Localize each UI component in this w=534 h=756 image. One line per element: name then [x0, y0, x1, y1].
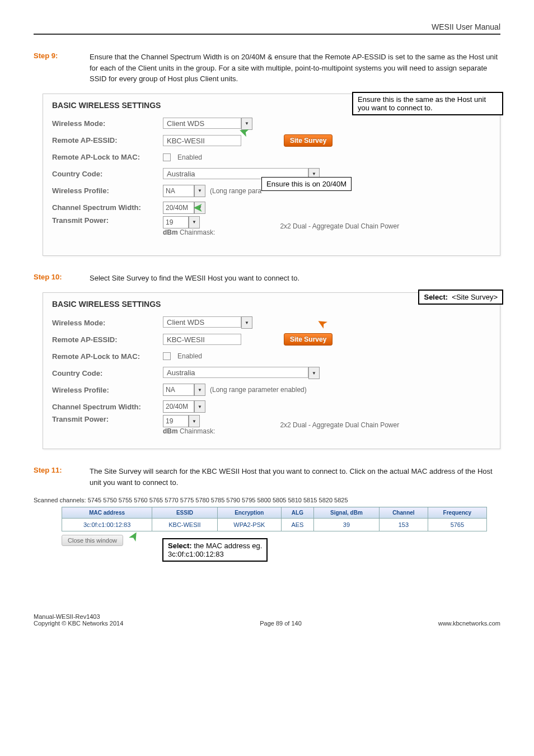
remote-essid-label: Remote AP-ESSID: — [52, 335, 158, 344]
remote-essid-input[interactable]: KBC-WESII — [163, 135, 241, 146]
spectrum-value: 20/40M — [163, 400, 194, 413]
spectrum-value: 20/40M — [163, 202, 194, 214]
arrow-icon: ➤ — [193, 200, 203, 215]
col-mac: MAC address — [62, 507, 152, 519]
annotation-select-site-survey: Select: <Site Survey> — [418, 290, 503, 305]
step-10: Step 10: Select Site Survey to find the … — [34, 273, 500, 284]
tx-label: Transmit Power: — [52, 415, 158, 423]
footer-right: www.kbcnetworks.com — [438, 620, 500, 627]
cell-freq: 5765 — [428, 519, 486, 531]
footer-left-2: Copyright © KBC Networks 2014 — [34, 620, 123, 627]
chevron-down-icon[interactable]: ▼ — [189, 216, 200, 228]
chevron-down-icon[interactable]: ▼ — [308, 367, 320, 379]
lock-mac-check-label: Enabled — [177, 153, 202, 161]
dbm-chainmask-label: dBm Chainmask: — [163, 427, 215, 435]
step-11-text: The Site Survey will search for the KBC … — [90, 466, 500, 488]
tx-select[interactable]: 19 ▼ — [163, 415, 200, 427]
col-freq: Frequency — [428, 507, 486, 519]
profile-note: (Long range para — [210, 187, 261, 195]
col-essid: ESSID — [152, 507, 218, 519]
page-footer: Manual-WESII-Rev1403 Copyright © KBC Net… — [34, 613, 500, 627]
step-11-label: Step 11: — [34, 466, 90, 488]
col-alg: ALG — [281, 507, 313, 519]
step-10-text: Select Site Survey to find the WESII Hos… — [90, 273, 299, 284]
cell-essid: KBC-WESII — [152, 519, 218, 531]
basic-wireless-panel-2: BASIC WIRELESS SETTINGS Wireless Mode: C… — [43, 292, 500, 449]
chain-note: 2x2 Dual - Aggregate Dual Chain Power — [280, 222, 399, 230]
footer-mid: Page 89 of 140 — [260, 620, 302, 627]
col-channel: Channel — [379, 507, 428, 519]
country-select[interactable]: Australia ▼ — [163, 367, 320, 379]
scanned-channels-text: Scanned channels: 5745 5750 5755 5760 57… — [34, 497, 500, 503]
cell-enc: WPA2-PSK — [217, 519, 281, 531]
wireless-mode-select[interactable]: Client WDS ▼ — [163, 316, 252, 329]
profile-note: (Long range parameter enabled) — [210, 386, 307, 394]
country-label: Country Code: — [52, 369, 158, 377]
chevron-down-icon[interactable]: ▼ — [241, 316, 252, 329]
tx-select[interactable]: 19 ▼ — [163, 216, 200, 228]
step-11: Step 11: The Site Survey will search for… — [34, 466, 500, 488]
wireless-mode-select[interactable]: Client WDS ▼ — [163, 118, 252, 130]
header-rule — [34, 34, 500, 35]
table-header-row: MAC address ESSID Encryption ALG Signal,… — [62, 507, 487, 519]
scan-results-table: MAC address ESSID Encryption ALG Signal,… — [62, 507, 487, 531]
country-label: Country Code: — [52, 170, 158, 178]
chevron-down-icon[interactable]: ▼ — [189, 415, 200, 427]
step-9: Step 9: Ensure that the Channel Spectrum… — [34, 52, 500, 85]
spectrum-select[interactable]: 20/40M ▼ — [163, 400, 205, 413]
step-9-label: Step 9: — [34, 52, 90, 85]
tx-value: 19 — [163, 415, 189, 427]
wireless-mode-label: Wireless Mode: — [52, 319, 158, 327]
footer-left-1: Manual-WESII-Rev1403 — [34, 613, 123, 620]
step-10-label: Step 10: — [34, 273, 90, 284]
col-enc: Encryption — [217, 507, 281, 519]
close-window-button[interactable]: Close this window — [62, 535, 123, 546]
spectrum-label: Channel Spectrum Width: — [52, 403, 158, 411]
step-9-text: Ensure that the Channel Spectrum Width i… — [90, 52, 500, 85]
lock-mac-check-label: Enabled — [177, 352, 202, 360]
chevron-down-icon[interactable]: ▼ — [194, 185, 205, 197]
profile-value: NA — [163, 185, 194, 197]
tx-label: Transmit Power: — [52, 216, 158, 225]
col-signal: Signal, dBm — [313, 507, 379, 519]
annotation-host-unit: Ensure this is the same as the Host unit… — [352, 92, 503, 115]
country-value: Australia — [163, 367, 308, 378]
wireless-mode-value: Client WDS — [163, 316, 241, 328]
cell-alg: AES — [281, 519, 313, 531]
chevron-down-icon[interactable]: ▼ — [194, 400, 205, 413]
site-survey-button[interactable]: Site Survey — [284, 333, 332, 346]
profile-value: NA — [163, 384, 194, 396]
table-row[interactable]: 3c:0f:c1:00:12:83 KBC-WESII WPA2-PSK AES… — [62, 519, 487, 531]
profile-label: Wireless Profile: — [52, 186, 158, 195]
page-header: WESII User Manual — [34, 22, 500, 34]
profile-label: Wireless Profile: — [52, 386, 158, 394]
cell-channel: 153 — [379, 519, 428, 531]
lock-mac-checkbox[interactable] — [163, 153, 171, 161]
annotation-select-mac: Select: the MAC address eg. 3c:0f:c1:00:… — [162, 538, 268, 562]
dbm-chainmask-label: dBm Chainmask: — [163, 228, 215, 236]
chain-note: 2x2 Dual - Aggregate Dual Chain Power — [280, 421, 399, 429]
basic-wireless-panel-1: BASIC WIRELESS SETTINGS Wireless Mode: C… — [43, 94, 500, 256]
wireless-mode-label: Wireless Mode: — [52, 119, 158, 128]
lock-mac-label: Remote AP-Lock to MAC: — [52, 153, 158, 161]
site-survey-button[interactable]: Site Survey — [284, 134, 332, 147]
annotation-spectrum: Ensure this is on 20/40M — [261, 177, 352, 191]
wireless-mode-value: Client WDS — [163, 118, 241, 129]
profile-select[interactable]: NA ▼ — [163, 185, 205, 197]
lock-mac-checkbox[interactable] — [163, 352, 171, 360]
lock-mac-label: Remote AP-Lock to MAC: — [52, 352, 158, 361]
cell-signal: 39 — [313, 519, 379, 531]
tx-value: 19 — [163, 216, 189, 228]
cell-mac[interactable]: 3c:0f:c1:00:12:83 — [62, 519, 152, 531]
chevron-down-icon[interactable]: ▼ — [194, 384, 205, 396]
remote-essid-label: Remote AP-ESSID: — [52, 136, 158, 144]
profile-select[interactable]: NA ▼ — [163, 384, 205, 396]
spectrum-label: Channel Spectrum Width: — [52, 203, 158, 212]
remote-essid-input[interactable]: KBC-WESII — [163, 334, 241, 345]
